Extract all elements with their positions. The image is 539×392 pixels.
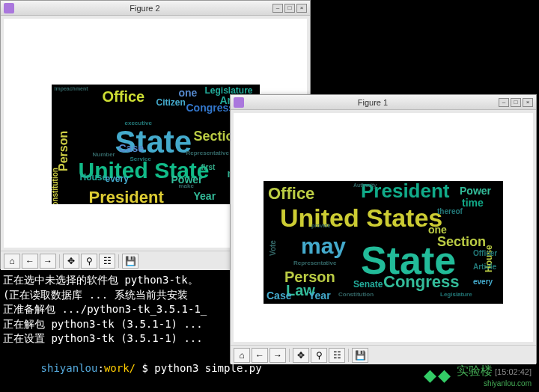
logo-icon: ◆◆ [424,366,452,385]
wordcloud-word: executive [125,120,152,126]
brand-name: 实验楼 [457,364,493,377]
wordcloud-image: StateUnited StatesmayPresidentCongressPe… [264,181,503,304]
window-title: Figure 2 [17,4,272,13]
wordcloud-word: one [428,224,447,235]
wordcloud-word: Constitution [338,292,374,298]
wordcloud-word: may [301,235,346,257]
wordcloud-word: Case [267,290,291,301]
wordcloud-word: Legislature [440,292,472,298]
wordcloud-word: House [80,173,108,182]
pan-button[interactable]: ✥ [293,348,309,363]
minimize-button[interactable]: – [272,4,283,13]
timestamp: [15:02:42] [495,367,532,376]
wordcloud-word: make [179,183,194,189]
wordcloud-word: Authority [353,183,377,188]
figure1-window[interactable]: Figure 1 – □ × StateUnited StatesmayPres… [230,94,537,364]
wordcloud-word: Power [460,186,491,196]
wordcloud-word: every [473,278,493,286]
close-button[interactable]: × [296,4,307,13]
wordcloud-image: StateUnited StatePresidentOfficePersonCa… [52,85,260,204]
wordcloud-word: United States [280,205,442,230]
save-button[interactable]: 💾 [352,348,368,363]
home-button[interactable]: ⌂ [234,348,250,363]
wordcloud-word: Article [473,263,496,271]
watermark: ◆◆ 实验楼 [15:02:42] shiyanlou.com [424,364,532,388]
back-button[interactable]: ← [252,348,268,363]
wordcloud-word: Citizen [156,98,186,107]
home-button[interactable]: ⌂ [4,254,20,269]
brand-url: shiyanlou.com [457,379,532,388]
wordcloud-word: Officer [473,250,497,257]
forward-button[interactable]: → [40,254,56,269]
wordcloud-word: Representative [186,150,229,156]
figure-canvas[interactable]: StateUnited StatesmayPresidentCongressPe… [234,113,533,342]
prompt-path: work/ [104,362,135,374]
maximize-button[interactable]: □ [511,98,521,107]
maximize-button[interactable]: □ [284,4,295,13]
wordcloud-word: Impeachment [55,86,88,91]
forward-button[interactable]: → [270,348,286,363]
wordcloud-word: Senate [353,280,383,289]
wordcloud-word: Year [308,290,331,301]
wordcloud-word: Service [130,156,151,162]
wordcloud-word: Congress [383,274,459,290]
titlebar[interactable]: Figure 2 – □ × [1,1,310,16]
configure-button[interactable]: ☷ [99,254,115,269]
wordcloud-word: Case [119,143,144,153]
pan-button[interactable]: ✥ [63,254,79,269]
wordcloud-word: Person [58,131,70,171]
wordcloud-word: time [462,197,484,208]
titlebar[interactable]: Figure 1 – □ × [231,95,536,110]
app-icon [234,97,244,108]
window-title: Figure 1 [247,98,499,107]
wordcloud-word: every [106,174,129,183]
wordcloud-word: Vote [270,240,277,256]
zoom-button[interactable]: ⚲ [311,348,327,363]
wordcloud-word: first [201,164,216,171]
wordcloud-word: Representative [293,260,336,266]
wordcloud-word: Number [93,152,115,158]
minimize-button[interactable]: – [499,98,509,107]
wordcloud-word: thereof [437,208,463,215]
app-icon [4,3,14,13]
wordcloud-word: one [179,88,198,98]
wordcloud-word: Office [103,89,145,104]
wordcloud-word: President [89,189,164,204]
wordcloud-word: provide [311,223,330,228]
configure-button[interactable]: ☷ [329,348,345,363]
wordcloud-word: Office [268,186,314,202]
back-button[interactable]: ← [22,254,38,269]
close-button[interactable]: × [523,98,533,107]
zoom-button[interactable]: ⚲ [81,254,97,269]
wordcloud-word: Year [194,191,216,201]
wordcloud-word: Constitution [52,168,59,204]
wordcloud-word: Section [437,235,486,248]
save-button[interactable]: 💾 [122,254,138,269]
matplotlib-toolbar: ⌂ ← → ✥ ⚲ ☷ 💾 [231,345,536,364]
prompt-user: shiyanlou [41,362,98,374]
